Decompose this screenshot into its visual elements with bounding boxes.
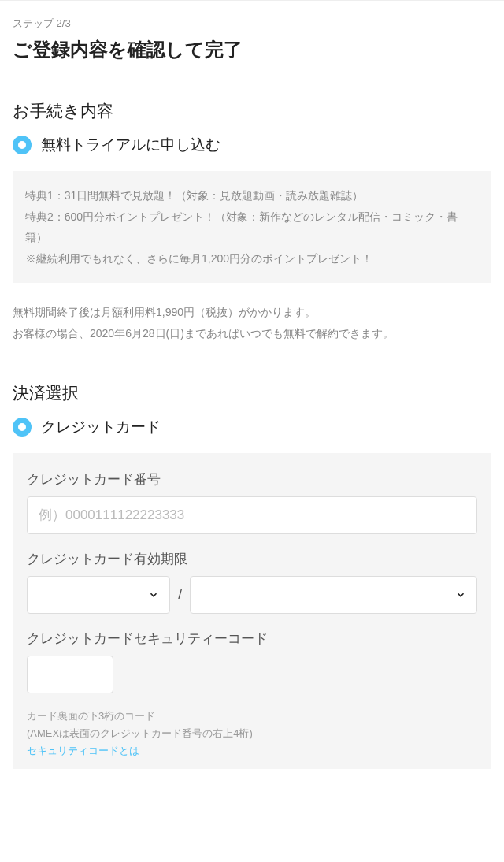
card-number-label: クレジットカード番号 xyxy=(27,470,477,489)
procedure-heading: お手続き内容 xyxy=(13,100,491,122)
benefit-1: 特典1：31日間無料で見放題！（対象：見放題動画・読み放題雑誌） xyxy=(25,185,479,206)
radio-selected-icon xyxy=(13,136,32,154)
trial-option-label: 無料トライアルに申し込む xyxy=(41,135,220,155)
expiry-separator: / xyxy=(178,586,182,603)
page-title: ご登録内容を確認して完了 xyxy=(13,37,491,62)
card-number-input[interactable] xyxy=(27,496,477,534)
cvv-input[interactable] xyxy=(27,656,113,693)
radio-selected-icon xyxy=(13,418,32,437)
expiry-label: クレジットカード有効期限 xyxy=(27,550,477,568)
expiry-row: / xyxy=(27,576,477,614)
trial-option-row[interactable]: 無料トライアルに申し込む xyxy=(13,135,491,155)
expiry-month-select[interactable] xyxy=(27,576,170,614)
cvv-hint-2: (AMEXは表面のクレジットカード番号の右上4桁) xyxy=(27,725,477,742)
step-indicator: ステップ 2/3 xyxy=(13,17,491,31)
expiry-year-wrap xyxy=(190,576,477,614)
pricing-note-1: 無料期間終了後は月額利用料1,990円（税抜）がかかります。 xyxy=(13,302,491,323)
expiry-year-select[interactable] xyxy=(190,576,477,614)
credit-card-option-row[interactable]: クレジットカード xyxy=(13,417,491,437)
credit-card-form: クレジットカード番号 クレジットカード有効期限 / クレジットカードセキュリティ… xyxy=(13,453,491,769)
pricing-notes: 無料期間終了後は月額利用料1,990円（税抜）がかかります。 お客様の場合、20… xyxy=(13,302,491,344)
security-code-link[interactable]: セキュリティコードとは xyxy=(27,744,477,758)
benefit-2: 特典2：600円分ポイントプレゼント！（対象：新作などのレンタル配信・コミック・… xyxy=(25,206,479,248)
credit-card-option-label: クレジットカード xyxy=(41,417,161,437)
cvv-label: クレジットカードセキュリティーコード xyxy=(27,630,477,648)
expiry-month-wrap xyxy=(27,576,170,614)
cvv-hint-1: カード裏面の下3桁のコード xyxy=(27,708,477,725)
pricing-note-2: お客様の場合、2020年6月28日(日)まであればいつでも無料で解約できます。 xyxy=(13,323,491,344)
benefit-3: ※継続利用でもれなく、さらに毎月1,200円分のポイントプレゼント！ xyxy=(25,248,479,269)
payment-heading: 決済選択 xyxy=(13,382,491,404)
benefits-box: 特典1：31日間無料で見放題！（対象：見放題動画・読み放題雑誌） 特典2：600… xyxy=(13,171,491,283)
